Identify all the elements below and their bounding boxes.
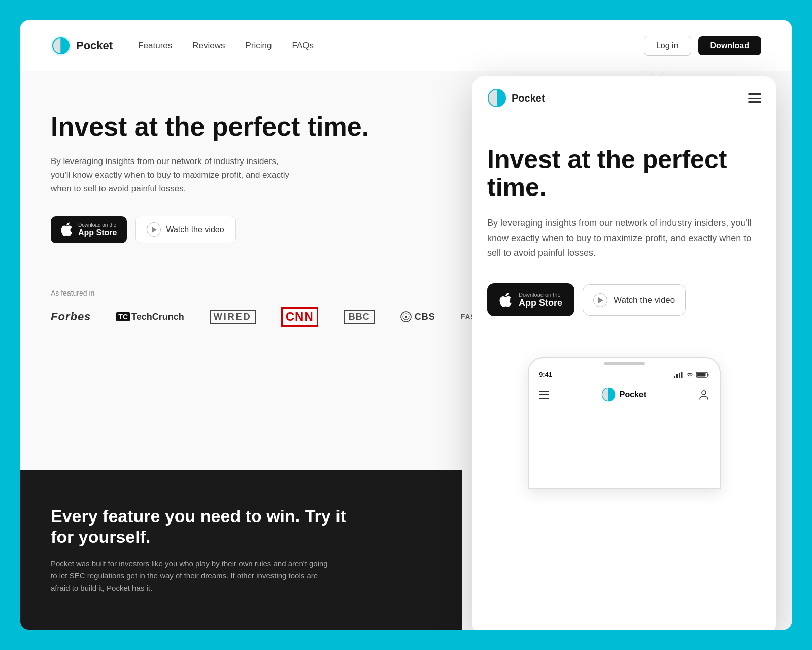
cbs-logo: CBS bbox=[400, 311, 435, 322]
mobile-play-icon bbox=[593, 293, 607, 307]
dark-section-title: Every feature you need to win. Try it fo… bbox=[51, 506, 355, 547]
techcrunch-logo: TC TechCrunch bbox=[116, 312, 184, 322]
mobile-overlay: Pocket Invest at the perfect time. By le… bbox=[472, 76, 776, 630]
bbc-logo: BBC bbox=[344, 310, 375, 324]
svg-rect-16 bbox=[539, 398, 549, 399]
svg-point-19 bbox=[702, 391, 706, 395]
apple-icon bbox=[61, 222, 73, 237]
svg-rect-7 bbox=[674, 376, 675, 378]
phone-notch bbox=[604, 362, 645, 365]
mobile-watch-video-label: Watch the video bbox=[614, 295, 675, 305]
nav-link-faqs[interactable]: FAQs bbox=[292, 41, 314, 51]
svg-rect-15 bbox=[539, 394, 549, 395]
nav-brand-name: Pocket bbox=[76, 39, 113, 52]
watch-video-button[interactable]: Watch the video bbox=[135, 216, 235, 243]
wired-logo: WIRED bbox=[210, 310, 256, 324]
appstore-small-text: Download on the bbox=[78, 222, 116, 228]
phone-pocket-icon bbox=[601, 387, 616, 402]
appstore-big-text: App Store bbox=[78, 228, 117, 237]
mobile-apple-icon bbox=[499, 292, 513, 308]
mobile-phone-area: 9:41 bbox=[472, 357, 776, 489]
mobile-appstore-inner: Download on the App Store bbox=[519, 291, 562, 308]
mobile-appstore-small: Download on the bbox=[519, 291, 561, 298]
mobile-hero-title: Invest at the perfect time. bbox=[487, 146, 761, 202]
mobile-navbar: Pocket bbox=[472, 76, 776, 120]
login-button[interactable]: Log in bbox=[644, 36, 691, 56]
watch-video-label: Watch the video bbox=[166, 225, 224, 234]
page-container: Pocket Features Reviews Pricing FAQs Log… bbox=[20, 20, 792, 630]
nav-logo[interactable]: Pocket bbox=[51, 36, 113, 56]
svg-rect-14 bbox=[539, 391, 549, 392]
signal-icon bbox=[674, 372, 683, 378]
mobile-hero-actions: Download on the App Store Watch the vide… bbox=[487, 283, 761, 316]
download-button[interactable]: Download bbox=[698, 36, 761, 55]
nav-link-features[interactable]: Features bbox=[138, 41, 172, 51]
cnn-logo: CNN bbox=[281, 307, 318, 327]
appstore-button[interactable]: Download on the App Store bbox=[51, 216, 127, 243]
phone-hamburger-icon bbox=[539, 391, 549, 399]
nav-link-pricing[interactable]: Pricing bbox=[246, 41, 272, 51]
phone-app-name: Pocket bbox=[620, 390, 646, 399]
phone-app-navbar: Pocket bbox=[529, 382, 720, 407]
mobile-hero-section: Invest at the perfect time. By leveragin… bbox=[472, 120, 776, 337]
dark-section: Every feature you need to win. Try it fo… bbox=[20, 470, 462, 630]
hero-actions: Download on the App Store Watch the vide… bbox=[51, 216, 370, 243]
appstore-inner: Download on the App Store bbox=[78, 222, 117, 237]
svg-rect-9 bbox=[679, 373, 680, 378]
mobile-pocket-logo-icon bbox=[487, 88, 506, 108]
pocket-logo-icon bbox=[51, 36, 71, 56]
hero-subtitle: By leveraging insights from our network … bbox=[51, 154, 294, 196]
mobile-logo[interactable]: Pocket bbox=[487, 88, 748, 108]
play-icon bbox=[147, 222, 161, 237]
wifi-icon bbox=[686, 372, 693, 378]
mobile-brand-name: Pocket bbox=[512, 92, 545, 104]
phone-mockup: 9:41 bbox=[528, 357, 721, 489]
mobile-play-triangle bbox=[598, 297, 603, 303]
hero-section: Invest at the perfect time. By leveragin… bbox=[20, 71, 401, 274]
battery-icon bbox=[696, 372, 709, 378]
mobile-appstore-big: App Store bbox=[519, 298, 562, 308]
hero-title: Invest at the perfect time. bbox=[51, 112, 370, 142]
svg-rect-13 bbox=[697, 373, 706, 376]
nav-actions: Log in Download bbox=[644, 36, 761, 56]
nav-link-reviews[interactable]: Reviews bbox=[192, 41, 225, 51]
mobile-appstore-button[interactable]: Download on the App Store bbox=[487, 283, 574, 316]
forbes-logo: Forbes bbox=[51, 310, 91, 323]
phone-time: 9:41 bbox=[539, 371, 552, 378]
navbar: Pocket Features Reviews Pricing FAQs Log… bbox=[20, 20, 792, 71]
svg-point-4 bbox=[405, 316, 407, 318]
mobile-watch-video-button[interactable]: Watch the video bbox=[583, 284, 686, 316]
phone-user-icon bbox=[698, 389, 709, 400]
svg-rect-10 bbox=[681, 372, 683, 378]
svg-rect-8 bbox=[676, 374, 678, 378]
svg-rect-12 bbox=[708, 374, 709, 376]
hamburger-menu[interactable] bbox=[748, 93, 761, 103]
dark-section-subtitle: Pocket was built for investors like you … bbox=[51, 558, 335, 594]
play-triangle bbox=[152, 226, 157, 233]
mobile-hero-subtitle: By leveraging insights from our network … bbox=[487, 216, 761, 261]
phone-status-bar: 9:41 bbox=[529, 365, 720, 382]
nav-links: Features Reviews Pricing FAQs bbox=[138, 41, 644, 51]
